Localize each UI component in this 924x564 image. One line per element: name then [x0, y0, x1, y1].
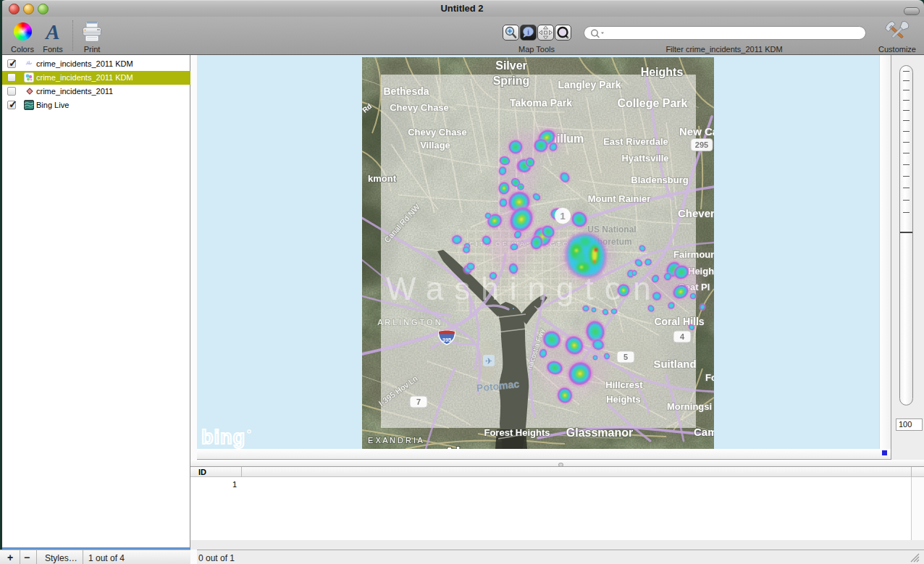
svg-text:Hillcrest: Hillcrest [605, 379, 643, 390]
svg-text:Cam: Cam [694, 426, 714, 438]
svg-text:Bladensburg: Bladensburg [631, 174, 689, 185]
svg-text:Heights: Heights [606, 394, 641, 405]
svg-text:College Park: College Park [618, 97, 688, 109]
svg-text:Village: Village [420, 140, 450, 151]
svg-text:Heights: Heights [641, 66, 684, 78]
svg-text:Morningsi: Morningsi [667, 401, 712, 412]
svg-text:Coral Hills: Coral Hills [654, 316, 704, 327]
svg-text:A R L I N G T O N: A R L I N G T O N [377, 318, 440, 327]
svg-text:bing: bing [201, 426, 245, 448]
svg-text:7: 7 [416, 397, 421, 406]
svg-text:Chever: Chever [678, 207, 714, 219]
svg-text:Takoma Park: Takoma Park [510, 97, 572, 109]
svg-text:395: 395 [442, 337, 452, 343]
svg-text:1: 1 [560, 211, 565, 222]
svg-text:Chevy Chase: Chevy Chase [390, 102, 449, 113]
svg-text:Mount Rainier: Mount Rainier [588, 193, 651, 204]
svg-text:Bethesda: Bethesda [383, 85, 429, 97]
svg-text:i: i [527, 28, 529, 36]
svg-text:5: 5 [623, 353, 628, 361]
svg-text:4: 4 [680, 332, 685, 341]
svg-text:Silver: Silver [495, 59, 527, 72]
svg-text:Spring: Spring [493, 75, 530, 87]
svg-text:295: 295 [695, 140, 708, 149]
svg-text:E X A N D R I A: E X A N D R I A [368, 436, 423, 445]
svg-text:Chevy Chase: Chevy Chase [408, 127, 467, 138]
svg-text:Langley Park: Langley Park [558, 79, 621, 91]
svg-text:Fo: Fo [705, 372, 714, 383]
svg-text:East Riverdale: East Riverdale [603, 136, 668, 147]
svg-text:✈: ✈ [485, 356, 492, 366]
svg-text:Hyattsville: Hyattsville [621, 153, 668, 164]
svg-text:US National: US National [587, 224, 636, 235]
svg-text:Fairmoun: Fairmoun [673, 249, 714, 260]
svg-text:kmont: kmont [368, 173, 397, 184]
svg-text:New Ca: New Ca [679, 125, 714, 138]
svg-text:Forest Heights: Forest Heights [484, 427, 550, 438]
svg-text:Glassmanor: Glassmanor [566, 426, 633, 439]
svg-text:Suitland: Suitland [653, 358, 696, 370]
